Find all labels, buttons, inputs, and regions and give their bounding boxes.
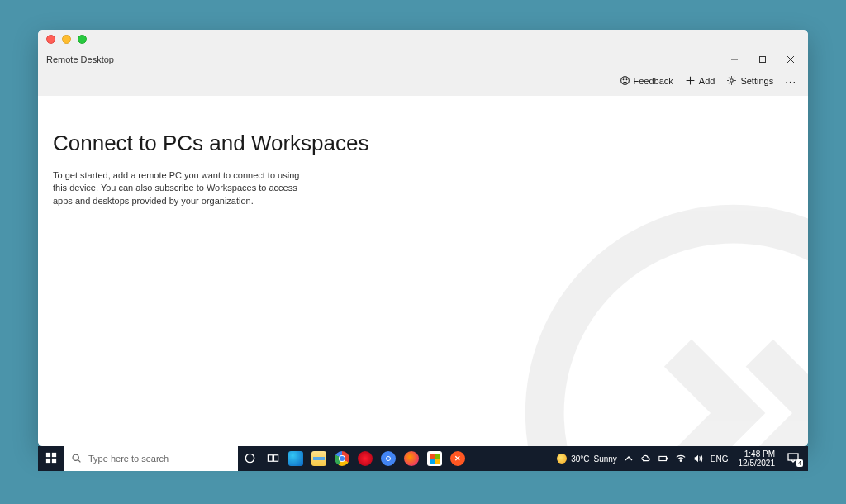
svg-point-17 xyxy=(245,454,254,462)
cortana-button[interactable] xyxy=(238,446,261,471)
folder-icon xyxy=(311,451,326,466)
opera-app[interactable] xyxy=(354,446,377,471)
svg-rect-14 xyxy=(52,459,56,463)
microsoft-store-app[interactable] xyxy=(423,446,446,471)
feedback-button[interactable]: Feedback xyxy=(620,75,673,88)
start-button[interactable] xyxy=(38,446,64,471)
svg-point-15 xyxy=(73,454,78,460)
language-indicator[interactable]: ENG xyxy=(711,454,729,464)
firefox-app[interactable] xyxy=(400,446,423,471)
mac-titlebar xyxy=(38,30,808,48)
feedback-label: Feedback xyxy=(634,76,673,86)
minimize-button[interactable] xyxy=(729,54,740,65)
maximize-button[interactable] xyxy=(757,54,768,65)
settings-button[interactable]: Settings xyxy=(726,75,773,88)
plus-icon xyxy=(685,75,696,88)
app-title: Remote Desktop xyxy=(46,55,114,64)
blue-circle-icon xyxy=(381,451,396,466)
more-dots-icon: ··· xyxy=(785,75,796,88)
feedback-icon xyxy=(620,75,630,88)
more-button[interactable]: ··· xyxy=(785,75,796,88)
system-tray: 30°C Sunny ENG 1:48 PM 12/5/2021 4 xyxy=(550,446,808,471)
svg-point-6 xyxy=(626,78,627,79)
gear-icon xyxy=(726,75,737,88)
taskbar: Type here to search ✕ 30°C Sunny xyxy=(38,446,808,471)
notification-badge: 4 xyxy=(796,459,803,467)
close-button[interactable] xyxy=(785,54,796,65)
clock[interactable]: 1:48 PM 12/5/2021 xyxy=(735,449,779,468)
orange-x-icon: ✕ xyxy=(450,451,465,466)
svg-line-16 xyxy=(78,459,80,461)
svg-rect-20 xyxy=(659,456,667,460)
clock-date: 12/5/2021 xyxy=(739,459,776,468)
app-blue-circle[interactable] xyxy=(377,446,400,471)
settings-label: Settings xyxy=(740,76,773,86)
wifi-tray-icon[interactable] xyxy=(676,454,687,464)
chrome-icon xyxy=(335,451,349,466)
svg-point-9 xyxy=(730,78,734,82)
svg-point-22 xyxy=(680,460,682,462)
search-placeholder: Type here to search xyxy=(88,454,169,464)
edge-icon xyxy=(288,451,303,466)
store-icon xyxy=(427,451,442,466)
edge-app[interactable] xyxy=(284,446,307,471)
sun-icon xyxy=(557,454,567,464)
weather-label: Sunny xyxy=(593,454,616,464)
app-window: Remote Desktop Feedback xyxy=(38,30,808,446)
search-icon xyxy=(71,453,88,465)
zoom-traffic-light-icon[interactable] xyxy=(78,35,87,44)
content-area: Connect to PCs and Workspaces To get sta… xyxy=(38,96,808,446)
firefox-icon xyxy=(404,451,419,466)
svg-point-5 xyxy=(623,78,624,79)
taskbar-spacer xyxy=(469,446,550,471)
svg-rect-21 xyxy=(667,458,668,459)
task-view-icon xyxy=(267,452,279,466)
remote-desktop-watermark-icon xyxy=(519,198,808,446)
close-traffic-light-icon[interactable] xyxy=(46,35,55,44)
svg-point-4 xyxy=(620,76,629,84)
minimize-traffic-light-icon[interactable] xyxy=(62,35,71,44)
content-inner: Connect to PCs and Workspaces To get sta… xyxy=(53,131,791,207)
svg-rect-12 xyxy=(52,453,56,457)
tray-chevron-up[interactable] xyxy=(624,454,634,464)
battery-tray-icon[interactable] xyxy=(658,454,669,464)
app-orange-circle[interactable]: ✕ xyxy=(446,446,469,471)
toolbar: Feedback Add Settings ··· xyxy=(38,68,808,91)
task-view-button[interactable] xyxy=(261,446,284,471)
svg-point-10 xyxy=(544,224,808,446)
taskbar-search[interactable]: Type here to search xyxy=(64,446,238,471)
page-heading: Connect to PCs and Workspaces xyxy=(53,131,791,156)
taskbar-pinned-apps: ✕ xyxy=(238,446,469,471)
opera-icon xyxy=(358,451,373,466)
page-body-text: To get started, add a remote PC you want… xyxy=(53,169,301,207)
file-explorer-app[interactable] xyxy=(307,446,330,471)
weather-widget[interactable]: 30°C Sunny xyxy=(557,454,617,464)
action-center-button[interactable]: 4 xyxy=(785,452,801,465)
svg-rect-19 xyxy=(273,454,278,461)
weather-temp: 30°C xyxy=(571,454,589,464)
cortana-icon xyxy=(244,452,256,466)
window-chrome: Remote Desktop Feedback xyxy=(38,48,808,96)
svg-rect-18 xyxy=(268,454,273,461)
traffic-lights xyxy=(46,35,87,44)
clock-time: 1:48 PM xyxy=(739,449,776,459)
chrome-app[interactable] xyxy=(330,446,354,471)
volume-tray-icon[interactable] xyxy=(693,454,704,464)
svg-rect-13 xyxy=(46,459,50,463)
svg-rect-11 xyxy=(46,453,50,457)
svg-rect-1 xyxy=(760,57,766,63)
onedrive-tray-icon[interactable] xyxy=(641,454,652,464)
add-label: Add xyxy=(699,76,715,86)
add-button[interactable]: Add xyxy=(685,75,715,88)
windows-logo-icon xyxy=(45,452,57,465)
win-controls xyxy=(729,54,800,65)
